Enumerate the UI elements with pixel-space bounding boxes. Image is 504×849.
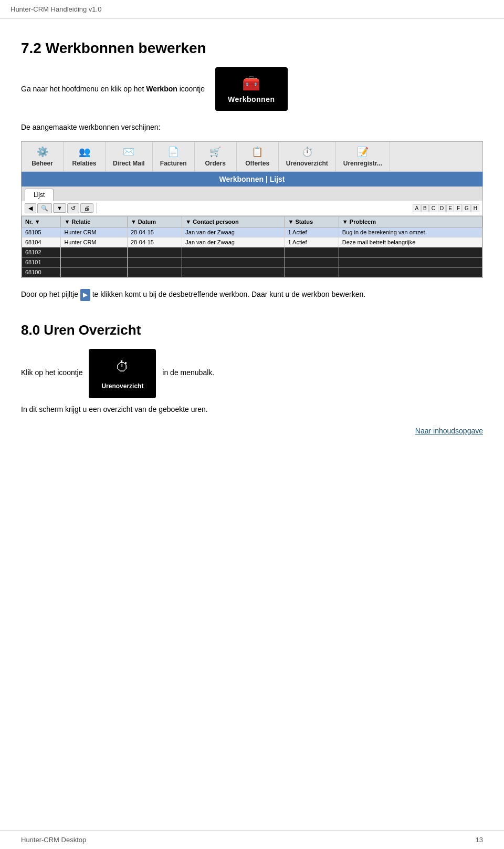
menu-item-orders[interactable]: 🛒 Orders xyxy=(195,142,237,171)
menu-label-urenoverzicht: Urenoverzicht xyxy=(286,160,328,167)
cell-status: 1 Actief xyxy=(285,227,339,237)
relaties-icon: 👥 xyxy=(79,146,90,158)
urenregistratie-icon: 📝 xyxy=(357,146,369,158)
menu-label-direct-mail: Direct Mail xyxy=(113,160,145,167)
werkbonnen-button-image: 🧰 Werkbonnen xyxy=(215,67,288,111)
cell-relatie: Hunter CRM xyxy=(61,237,128,247)
cell-nr: 68101 xyxy=(22,257,61,267)
col-header-status: ▼ Status xyxy=(285,216,339,227)
toolbar-separator xyxy=(97,203,97,213)
clock-icon: ⏱ xyxy=(116,355,129,378)
menu-item-relaties[interactable]: 👥 Relaties xyxy=(64,142,106,171)
alpha-f[interactable]: F xyxy=(455,204,462,212)
cell-nr: 68102 xyxy=(22,247,61,257)
toolbox-icon: 🧰 xyxy=(242,75,260,92)
werkbonnen-table: Nr. ▼ ▼ Relatie ▼ Datum ▼ Contact persoo… xyxy=(22,216,482,277)
alpha-b[interactable]: B xyxy=(421,204,429,212)
footer-app-name: Hunter-CRM Desktop xyxy=(21,836,86,844)
menu-label-urenregistratie: Urenregistr... xyxy=(343,160,382,167)
table-header-row: Nr. ▼ ▼ Relatie ▼ Datum ▼ Contact persoo… xyxy=(22,216,482,227)
menu-label-orders: Orders xyxy=(205,160,226,167)
orders-icon: 🛒 xyxy=(209,146,221,158)
menu-bar: ⚙️ Beheer 👥 Relaties ✉️ Direct Mail 📄 Fa… xyxy=(22,142,482,172)
arrow-icon: ▶ xyxy=(80,289,90,301)
cell-probleem: Deze mail betreft belangrijke xyxy=(339,237,482,247)
toolbar: ◀ 🔍 ▼ ↺ 🖨 A B C D E F G H xyxy=(22,201,482,216)
menu-item-direct-mail[interactable]: ✉️ Direct Mail xyxy=(106,142,153,171)
col-header-relatie: ▼ Relatie xyxy=(61,216,128,227)
col-header-probleem: ▼ Probleem xyxy=(339,216,482,227)
beheer-icon: ⚙️ xyxy=(37,146,48,158)
alpha-g[interactable]: G xyxy=(463,204,471,212)
toolbar-print-btn[interactable]: 🖨 xyxy=(80,203,93,213)
urenoverzicht-menu-icon: ⏱️ xyxy=(301,146,313,158)
urenoverzicht-button-image: ⏱ Urenoverzicht xyxy=(89,349,156,398)
header-title: Hunter-CRM Handleiding v1.0 xyxy=(10,5,101,13)
urenoverzicht-desc2: In dit scherm krijgt u een overzicht van… xyxy=(21,403,483,416)
cell-datum: 28-04-15 xyxy=(127,227,182,237)
toolbar-search-btn[interactable]: 🔍 xyxy=(37,203,52,213)
menu-label-offertes: Offertes xyxy=(245,160,269,167)
cell-datum: 28-04-15 xyxy=(127,237,182,247)
menu-item-facturen[interactable]: 📄 Facturen xyxy=(153,142,195,171)
table-row[interactable]: 68102 xyxy=(22,247,482,257)
alpha-e[interactable]: E xyxy=(446,204,454,212)
urenoverzicht-desc: Klik op het icoontje ⏱ Urenoverzicht in … xyxy=(21,349,483,398)
menu-label-facturen: Facturen xyxy=(160,160,187,167)
toolbar-back-btn[interactable]: ◀ xyxy=(25,203,36,213)
col-header-contact: ▼ Contact persoon xyxy=(182,216,285,227)
arrow-instruction: Door op het pijltje ▶ te klikken komt u … xyxy=(21,288,483,301)
cell-contact: Jan van der Zwaag xyxy=(182,237,285,247)
toolbar-filter-btn[interactable]: ▼ xyxy=(53,203,66,213)
screen-title-bar: Werkbonnen | Lijst xyxy=(22,172,482,187)
menu-label-relaties: Relaties xyxy=(72,160,96,167)
section-72-title: 7.2 Werkbonnen bewerken xyxy=(21,40,483,57)
alpha-nav: A B C D E F G H xyxy=(413,204,479,212)
menu-item-urenoverzicht[interactable]: ⏱️ Urenoverzicht xyxy=(279,142,336,171)
alpha-d[interactable]: D xyxy=(438,204,446,212)
page-header: Hunter-CRM Handleiding v1.0 xyxy=(0,0,504,19)
menu-item-beheer[interactable]: ⚙️ Beheer xyxy=(22,142,64,171)
footer-page-number: 13 xyxy=(476,836,483,844)
intro-text: Ga naar het hoofdmenu en klik op het Wer… xyxy=(21,83,205,95)
cell-contact: Jan van der Zwaag xyxy=(182,227,285,237)
col-header-datum: ▼ Datum xyxy=(127,216,182,227)
cell-nr: 68100 xyxy=(22,267,61,277)
table-row[interactable]: 68101 xyxy=(22,257,482,267)
screenshot: ⚙️ Beheer 👥 Relaties ✉️ Direct Mail 📄 Fa… xyxy=(21,141,483,278)
tab-bar: Lijst xyxy=(22,187,482,201)
facturen-icon: 📄 xyxy=(167,146,179,158)
cell-status: 1 Actief xyxy=(285,237,339,247)
nav-inhoudsopgave-link[interactable]: Naar inhoudsopgave xyxy=(415,427,483,435)
intro-row: Ga naar het hoofdmenu en klik op het Wer… xyxy=(21,67,483,111)
menu-label-beheer: Beheer xyxy=(32,160,53,167)
page-footer: Hunter-CRM Desktop 13 xyxy=(0,830,504,849)
table-row[interactable]: 68100 xyxy=(22,267,482,277)
table-row[interactable]: 68105Hunter CRM28-04-15Jan van der Zwaag… xyxy=(22,227,482,237)
nav-link-container: Naar inhoudsopgave xyxy=(21,427,483,435)
cell-probleem: Bug in de berekening van omzet. xyxy=(339,227,482,237)
alpha-a[interactable]: A xyxy=(413,204,421,212)
cell-nr: 68104 xyxy=(22,237,61,247)
table-row[interactable]: 68104Hunter CRM28-04-15Jan van der Zwaag… xyxy=(22,237,482,247)
page-content: 7.2 Werkbonnen bewerken Ga naar het hoof… xyxy=(0,19,504,467)
cell-nr: 68105 xyxy=(22,227,61,237)
offertes-icon: 📋 xyxy=(251,146,263,158)
alpha-h[interactable]: H xyxy=(471,204,479,212)
alpha-c[interactable]: C xyxy=(429,204,437,212)
menu-item-offertes[interactable]: 📋 Offertes xyxy=(237,142,279,171)
tab-lijst[interactable]: Lijst xyxy=(25,189,54,201)
cell-relatie: Hunter CRM xyxy=(61,227,128,237)
subtitle-text: De aangemaakte werkbonnen verschijnen: xyxy=(21,121,483,133)
direct-mail-icon: ✉️ xyxy=(123,146,134,158)
menu-item-urenregistratie[interactable]: 📝 Urenregistr... xyxy=(336,142,390,171)
col-header-nr: Nr. ▼ xyxy=(22,216,61,227)
table-container: Nr. ▼ ▼ Relatie ▼ Datum ▼ Contact persoo… xyxy=(22,216,482,277)
section-80-title: 8.0 Uren Overzicht xyxy=(21,322,483,338)
toolbar-refresh-btn[interactable]: ↺ xyxy=(67,203,79,213)
